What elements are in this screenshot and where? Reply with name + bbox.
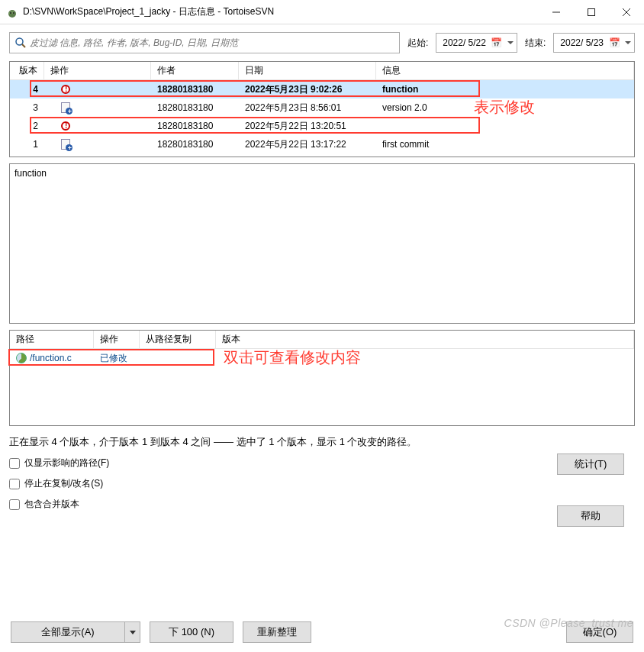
log-row[interactable]: 2182801831802022年5月22日 13:20:51 (10, 117, 634, 135)
pcol-rev[interactable]: 版本 (216, 331, 634, 348)
start-date-picker[interactable]: 2022/ 5/22 📅 (436, 33, 517, 53)
cell-ops (44, 98, 151, 117)
refresh-button[interactable]: 重新整理 (243, 621, 311, 643)
app-icon (6, 6, 18, 18)
col-rev[interactable]: 版本 (10, 62, 44, 79)
cell-date: 2022年5月23日 8:56:01 (239, 98, 376, 117)
cell-ops (44, 135, 151, 153)
minimize-button[interactable] (539, 0, 574, 24)
filter-input-wrap[interactable] (9, 32, 400, 53)
cell-author: 18280183180 (151, 135, 239, 153)
check-stop-box[interactable] (9, 479, 20, 489)
message-text: function (14, 168, 47, 179)
path-row[interactable]: /function.c已修改 (10, 349, 634, 367)
message-panel[interactable]: function (9, 163, 635, 324)
search-icon (14, 37, 27, 49)
cell-path: /function.c (10, 353, 94, 363)
modified-icon (61, 85, 70, 94)
pcol-from[interactable]: 从路径复制 (140, 331, 216, 348)
paths-body: /function.c已修改 (10, 349, 634, 425)
start-date-value: 2022/ 5/22 (443, 37, 486, 48)
end-label: 结束: (525, 37, 546, 50)
calendar-icon: 📅 (491, 37, 503, 49)
status-line: 正在显示 4 个版本，介于版本 1 到版本 4 之间 —— 选中了 1 个版本，… (9, 435, 635, 449)
cell-msg: first commit (376, 135, 634, 153)
check-stop[interactable]: 停止在复制/改名(S) (9, 477, 635, 490)
pcol-path[interactable]: 路径 (10, 331, 94, 348)
stats-button[interactable]: 统计(T) (557, 453, 624, 475)
window-title: D:\SVN\WorkSpace\Project_1_jacky - 日志信息 … (23, 5, 539, 18)
svg-rect-4 (588, 8, 595, 15)
check-affected-box[interactable] (9, 458, 20, 469)
bottom-button-row: 全部显示(A) 下 100 (N) 重新整理 确定(O) (11, 621, 633, 643)
log-row[interactable]: 3182801831802022年5月23日 8:56:01version 2.… (10, 98, 634, 117)
show-all-dropdown[interactable] (125, 621, 140, 643)
filter-row: 起始: 2022/ 5/22 📅 结束: 2022/ 5/23 📅 (9, 32, 635, 53)
ok-button[interactable]: 确定(O) (566, 621, 633, 643)
show-all-split-button[interactable]: 全部显示(A) (11, 621, 140, 643)
col-msg[interactable]: 信息 (376, 62, 634, 79)
col-ops[interactable]: 操作 (44, 62, 151, 79)
chevron-down-icon (507, 41, 514, 44)
file-icon (16, 353, 27, 363)
chevron-down-icon (625, 41, 631, 44)
help-button[interactable]: 帮助 (557, 505, 624, 527)
log-row[interactable]: 1182801831802022年5月22日 13:17:22first com… (10, 135, 634, 153)
check-merged[interactable]: 包含合并版本 (9, 498, 635, 511)
maximize-button[interactable] (574, 0, 609, 24)
check-affected[interactable]: 仅显示影响的路径(F) (9, 457, 635, 470)
close-button[interactable] (609, 0, 644, 24)
col-date[interactable]: 日期 (239, 62, 376, 79)
cell-author: 18280183180 (151, 80, 239, 98)
cell-author: 18280183180 (151, 117, 239, 135)
show-all-button[interactable]: 全部显示(A) (11, 621, 125, 643)
cell-date: 2022年5月22日 13:17:22 (239, 135, 376, 153)
cell-rev: 2 (10, 117, 44, 135)
check-merged-box[interactable] (9, 499, 20, 510)
modified-icon (61, 121, 70, 131)
added-icon (61, 139, 70, 150)
col-author[interactable]: 作者 (151, 62, 239, 79)
svg-point-7 (16, 38, 23, 45)
cell-op: 已修改 (94, 352, 140, 365)
log-row[interactable]: 4182801831802022年5月23日 9:02:26function (10, 80, 634, 98)
svg-point-2 (13, 12, 14, 14)
pcol-op[interactable]: 操作 (94, 331, 140, 348)
cell-rev: 3 (10, 98, 44, 117)
end-date-picker[interactable]: 2022/ 5/23 📅 (553, 33, 635, 53)
next-100-button[interactable]: 下 100 (N) (150, 621, 233, 643)
log-list: 版本 操作 作者 日期 信息 4182801831802022年5月23日 9:… (9, 61, 635, 157)
start-label: 起始: (407, 37, 428, 50)
paths-header: 路径 操作 从路径复制 版本 (10, 331, 634, 349)
chevron-down-icon (130, 631, 136, 634)
checkbox-group: 仅显示影响的路径(F) 停止在复制/改名(S) 包含合并版本 (9, 457, 635, 511)
cell-rev: 4 (10, 80, 44, 98)
calendar-icon: 📅 (608, 37, 620, 49)
cell-ops (44, 80, 151, 98)
titlebar: D:\SVN\WorkSpace\Project_1_jacky - 日志信息 … (0, 0, 644, 24)
cell-msg (376, 117, 634, 135)
cell-date: 2022年5月22日 13:20:51 (239, 117, 376, 135)
filter-input[interactable] (30, 37, 394, 48)
cell-rev: 1 (10, 135, 44, 153)
cell-ops (44, 117, 151, 135)
svg-point-1 (10, 12, 11, 14)
cell-date: 2022年5月23日 9:02:26 (239, 80, 376, 98)
paths-list: 路径 操作 从路径复制 版本 /function.c已修改 双击可查看修改内容 (9, 330, 635, 426)
cell-msg: function (376, 80, 634, 98)
log-list-body: 4182801831802022年5月23日 9:02:26function31… (10, 80, 634, 157)
log-list-header: 版本 操作 作者 日期 信息 (10, 62, 634, 80)
cell-msg: version 2.0 (376, 98, 634, 117)
end-date-value: 2022/ 5/23 (560, 37, 604, 48)
svg-line-8 (22, 44, 25, 47)
added-icon (61, 102, 70, 113)
cell-author: 18280183180 (151, 98, 239, 117)
